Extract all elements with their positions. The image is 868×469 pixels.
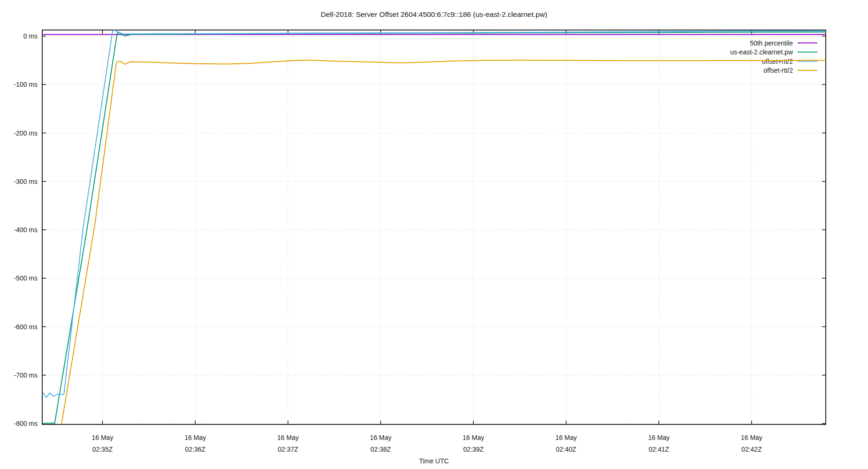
series-line-offset-rtt-2 [42, 30, 826, 397]
x-tick-label-date: 16 May [741, 434, 762, 441]
y-tick-label: -300 ms [14, 178, 38, 185]
y-tick-label: -500 ms [14, 274, 38, 282]
legend-label: us-east-2.clearnet.pw [730, 48, 793, 56]
x-tick-label-time: 02:40Z [556, 446, 577, 453]
y-tick-label: -200 ms [14, 129, 38, 137]
chart-root: Dell-2018: Server Offset 2604:4500:6:7c9… [0, 0, 868, 469]
legend-label: offset+rtt/2 [762, 58, 793, 65]
y-tick-label: -700 ms [14, 371, 38, 379]
x-tick-label-date: 16 May [556, 434, 577, 441]
x-axis-title: Time UTC [0, 457, 868, 465]
y-tick-label: -800 ms [14, 420, 38, 427]
x-tick-label-time: 02:39Z [463, 446, 484, 453]
y-tick-label: -600 ms [14, 323, 38, 331]
x-tick-label-time: 02:37Z [278, 446, 298, 453]
x-tick-label-time: 02:36Z [185, 446, 206, 453]
x-tick-label-time: 02:35Z [92, 446, 113, 453]
y-tick-label: -400 ms [14, 226, 38, 234]
y-tick-label: -100 ms [14, 81, 38, 88]
x-tick-label-time: 02:41Z [648, 446, 669, 453]
x-tick-label-date: 16 May [277, 434, 299, 441]
x-tick-label-date: 16 May [184, 434, 206, 441]
x-tick-label-time: 02:42Z [741, 446, 762, 453]
x-tick-label-time: 02:38Z [371, 446, 391, 453]
legend-label: 50th percentile [750, 39, 793, 47]
x-tick-label-date: 16 May [370, 434, 391, 441]
x-tick-label-date: 16 May [648, 434, 670, 441]
series-line-us-east-2-clearnet-pw [42, 32, 826, 424]
plot-border [42, 30, 826, 424]
plot-area: 50th percentileus-east-2.clearnet.pwoffs… [0, 0, 868, 469]
legend-label: offset-rtt/2 [763, 67, 793, 74]
series-line-offset-rtt-2 [61, 60, 826, 428]
x-tick-label-date: 16 May [463, 434, 484, 441]
y-tick-label: 0 ms [23, 32, 38, 40]
x-tick-label-date: 16 May [92, 434, 114, 441]
